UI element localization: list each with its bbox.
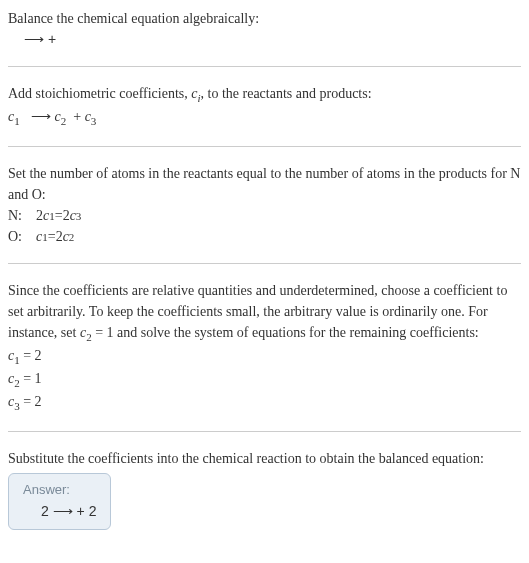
atom-row-n: N: 2 c1 = 2 c3: [8, 205, 521, 226]
answer-label: Answer:: [23, 482, 96, 497]
n-rhs-coef: 2: [63, 205, 70, 226]
section-coefficients: Add stoichiometric coefficients, ci, to …: [8, 83, 521, 147]
atom-label-n: N:: [8, 205, 36, 226]
answer-intro: Substitute the coefficients into the che…: [8, 448, 521, 469]
answer-equation: 2 ⟶ + 2: [23, 503, 96, 519]
sol2-val: = 1: [20, 371, 42, 386]
c3-sub: 3: [91, 115, 97, 127]
o-rhs-coef: 2: [56, 226, 63, 247]
solve-intro-b: = 1 and solve the system of equations fo…: [92, 325, 479, 340]
gap1: [20, 109, 27, 124]
o-eq: =: [48, 226, 56, 247]
n-lhs-coef: 2: [36, 205, 43, 226]
n-eq: =: [55, 205, 63, 226]
sol-2: c2 = 1: [8, 368, 521, 391]
balance-title: Balance the chemical equation algebraica…: [8, 8, 521, 29]
coeff-reaction: c1 ⟶ c2 + c3: [8, 106, 521, 129]
unbalanced-reaction: ⟶ +: [8, 29, 521, 50]
answer-box: Answer: 2 ⟶ + 2: [8, 473, 111, 530]
arrow: ⟶: [27, 108, 55, 124]
o-rhs-sub: 2: [69, 229, 75, 246]
section-balance: Balance the chemical equation algebraica…: [8, 8, 521, 67]
solve-intro: Since the coefficients are relative quan…: [8, 280, 521, 345]
atom-row-o: O: c1 = 2 c2: [8, 226, 521, 247]
plus: +: [70, 109, 85, 124]
sol-3: c3 = 2: [8, 391, 521, 414]
coeff-intro-a: Add stoichiometric coefficients,: [8, 86, 191, 101]
coeff-intro: Add stoichiometric coefficients, ci, to …: [8, 83, 521, 106]
atoms-intro: Set the number of atoms in the reactants…: [8, 163, 521, 205]
coeff-intro-b: , to the reactants and products:: [201, 86, 372, 101]
n-rhs-sub: 3: [76, 208, 82, 225]
sol1-val: = 2: [20, 348, 42, 363]
section-atoms: Set the number of atoms in the reactants…: [8, 163, 521, 264]
section-solve: Since the coefficients are relative quan…: [8, 280, 521, 432]
sol-1: c1 = 2: [8, 345, 521, 368]
section-answer: Substitute the coefficients into the che…: [8, 448, 521, 530]
atom-label-o: O:: [8, 226, 36, 247]
sol3-val: = 2: [20, 394, 42, 409]
